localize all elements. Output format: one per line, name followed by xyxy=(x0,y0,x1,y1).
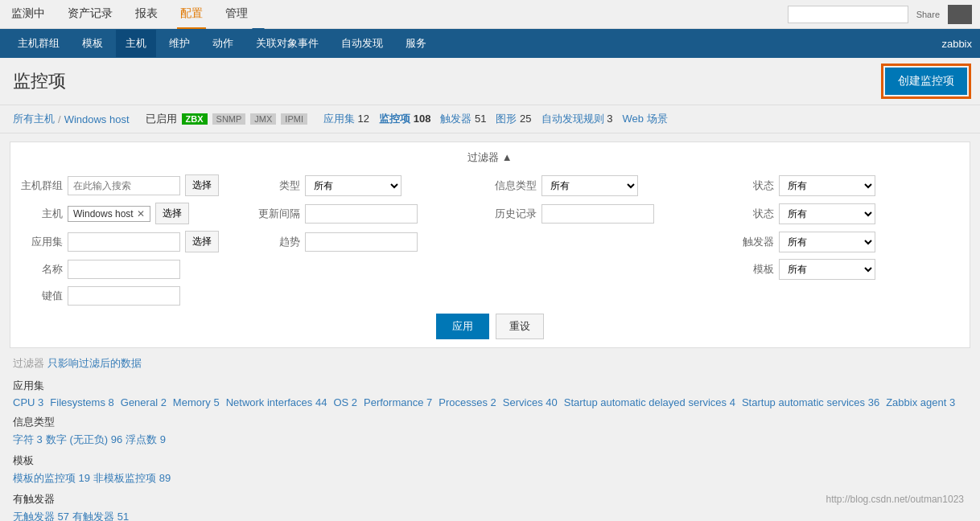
filter-template-row: 模板 所有 xyxy=(730,259,962,280)
tab-web-scenarios[interactable]: Web 场景 xyxy=(622,112,667,126)
template-select[interactable]: 所有 xyxy=(779,259,875,280)
badge-jmx[interactable]: JMX xyxy=(250,113,276,125)
tab-discovery-rules[interactable]: 自动发现规则 3 xyxy=(541,112,613,126)
breadcrumb-all-hosts[interactable]: 所有主机 xyxy=(13,112,55,126)
reset-button[interactable]: 重设 xyxy=(496,314,544,339)
filter-status2-row: 状态 所有 xyxy=(730,203,962,224)
nav-reports[interactable]: 报表 xyxy=(132,0,161,29)
tab-graphs[interactable]: 图形 25 xyxy=(496,112,531,126)
appset-link-11[interactable]: Zabbix agent 3 xyxy=(886,396,955,408)
tab-links: 应用集 12 监控项 108 触发器 51 图形 25 自动发现规则 3 Web… xyxy=(323,112,668,126)
nav-admin[interactable]: 管理 xyxy=(222,0,251,29)
appset-link-3[interactable]: Memory 5 xyxy=(173,396,220,408)
tab-items[interactable]: 监控项 108 xyxy=(379,112,430,126)
appset-select-btn[interactable]: 选择 xyxy=(185,231,219,252)
sec-nav-hosts[interactable]: 主机 xyxy=(116,30,156,57)
appset-link-7[interactable]: Processes 2 xyxy=(439,396,496,408)
sec-nav-actions[interactable]: 动作 xyxy=(203,30,243,57)
filter-trend-row: 趋势 xyxy=(256,231,488,252)
infotype-link-0[interactable]: 字符 3 xyxy=(13,433,43,447)
trigger-link-1[interactable]: 有触发器 51 xyxy=(72,510,129,521)
type-select[interactable]: 所有 xyxy=(305,175,401,196)
status2-select[interactable]: 所有 xyxy=(779,203,875,224)
appset-link-6[interactable]: Performance 7 xyxy=(364,396,432,408)
hostgroup-label: 主机群组 xyxy=(19,178,63,193)
templates-title: 模板 xyxy=(13,453,967,468)
history-input[interactable] xyxy=(541,204,654,224)
badge-zbx[interactable]: ZBX xyxy=(182,113,208,125)
filter-empty2 xyxy=(256,259,488,280)
filter-empty4 xyxy=(256,286,488,306)
filter-summary-note[interactable]: 只影响过滤后的数据 xyxy=(47,357,142,369)
name-input[interactable] xyxy=(68,260,180,279)
host-select-btn[interactable]: 选择 xyxy=(155,203,189,224)
breadcrumb-sep: / xyxy=(58,113,61,125)
hostgroup-input[interactable] xyxy=(68,176,180,195)
nav-assets[interactable]: 资产记录 xyxy=(64,0,116,29)
appset-link-1[interactable]: Filesystems 8 xyxy=(50,396,113,408)
infotype-label: 信息类型 xyxy=(492,178,537,193)
status1-label: 状态 xyxy=(730,178,774,193)
filter-status1-row: 状态 所有 xyxy=(730,174,962,196)
filter-empty6 xyxy=(730,286,962,306)
host-tag-value: Windows host xyxy=(73,208,134,219)
interval-input[interactable] xyxy=(305,204,418,224)
templates-links: 模板的监控项 19 非模板监控项 89 xyxy=(13,471,967,486)
infotype-select[interactable]: 所有 xyxy=(541,175,638,196)
key-input[interactable] xyxy=(68,286,180,306)
sec-nav-discovery[interactable]: 自动发现 xyxy=(331,30,393,57)
page-title: 监控项 xyxy=(13,69,66,93)
appset-link-9[interactable]: Startup automatic delayed services 4 xyxy=(564,396,735,408)
nav-config[interactable]: 配置 xyxy=(177,0,206,29)
appset-link-5[interactable]: OS 2 xyxy=(333,396,357,408)
badge-snmp[interactable]: SNMP xyxy=(212,113,246,125)
appset-link-8[interactable]: Services 40 xyxy=(503,396,558,408)
template-label: 模板 xyxy=(730,262,774,277)
status1-select[interactable]: 所有 xyxy=(779,175,875,196)
search-input[interactable] xyxy=(788,6,908,23)
breadcrumb: 所有主机 / Windows host 已启用 ZBX SNMP JMX IPM… xyxy=(0,105,980,133)
breadcrumb-current-host[interactable]: Windows host xyxy=(64,113,130,125)
filter-empty5 xyxy=(492,286,725,306)
key-label: 键值 xyxy=(19,289,63,303)
nav-monitoring[interactable]: 监测中 xyxy=(8,0,48,29)
infotype-link-2[interactable]: 浮点数 9 xyxy=(126,433,166,447)
template-link-0[interactable]: 模板的监控项 19 xyxy=(13,471,90,486)
appsets-section: 应用集 CPU 3Filesystems 8General 2Memory 5N… xyxy=(13,379,967,408)
host-tag-remove[interactable]: ✕ xyxy=(137,208,145,219)
infotype-link-1[interactable]: 数字 (无正负) 96 xyxy=(46,433,122,447)
template-link-1[interactable]: 非模板监控项 89 xyxy=(93,471,171,486)
filter-key-row: 键值 xyxy=(19,286,251,306)
hostgroup-select-btn[interactable]: 选择 xyxy=(185,174,219,196)
filter-empty3 xyxy=(492,259,725,280)
trend-input[interactable] xyxy=(305,232,418,252)
trigger-link-0[interactable]: 无触发器 57 xyxy=(13,510,69,521)
sec-nav-hostgroups[interactable]: 主机群组 xyxy=(8,30,69,57)
has-triggers-section: 有触发器 无触发器 57 有触发器 51 xyxy=(13,492,967,521)
appset-link-10[interactable]: Startup automatic services 36 xyxy=(742,396,879,408)
appset-link-0[interactable]: CPU 3 xyxy=(13,396,43,408)
sec-nav-services[interactable]: 服务 xyxy=(396,30,436,57)
tab-triggers[interactable]: 触发器 51 xyxy=(440,112,486,126)
create-item-button[interactable]: 创建监控项 xyxy=(885,68,967,95)
apply-button[interactable]: 应用 xyxy=(436,314,489,339)
filter-name-row: 名称 xyxy=(19,259,251,280)
appset-link-2[interactable]: General 2 xyxy=(121,396,167,408)
trigger-select[interactable]: 所有 xyxy=(779,232,875,252)
filter-type-row: 类型 所有 xyxy=(256,174,488,196)
filter-actions: 应用 重设 xyxy=(19,314,961,339)
filter-history-row: 历史记录 xyxy=(492,203,725,224)
sec-nav: 主机群组 模板 主机 维护 动作 关联对象事件 自动发现 服务 zabbix xyxy=(0,29,980,58)
filter-toggle[interactable]: 过滤器 ▲ xyxy=(467,151,512,163)
sec-nav-templates[interactable]: 模板 xyxy=(72,30,113,57)
trend-label: 趋势 xyxy=(256,235,300,249)
top-nav: 监测中 资产记录 报表 配置 管理 Share xyxy=(0,0,980,29)
share-button[interactable]: Share xyxy=(916,10,940,19)
enabled-label: 已启用 xyxy=(146,112,177,126)
badge-ipmi[interactable]: IPMI xyxy=(281,113,307,125)
user-avatar xyxy=(948,5,972,24)
tab-appsets[interactable]: 应用集 12 xyxy=(323,112,369,126)
appset-input[interactable] xyxy=(68,232,180,252)
appset-link-4[interactable]: Network interfaces 44 xyxy=(226,396,327,408)
sec-nav-maintenance[interactable]: 维护 xyxy=(159,30,200,57)
